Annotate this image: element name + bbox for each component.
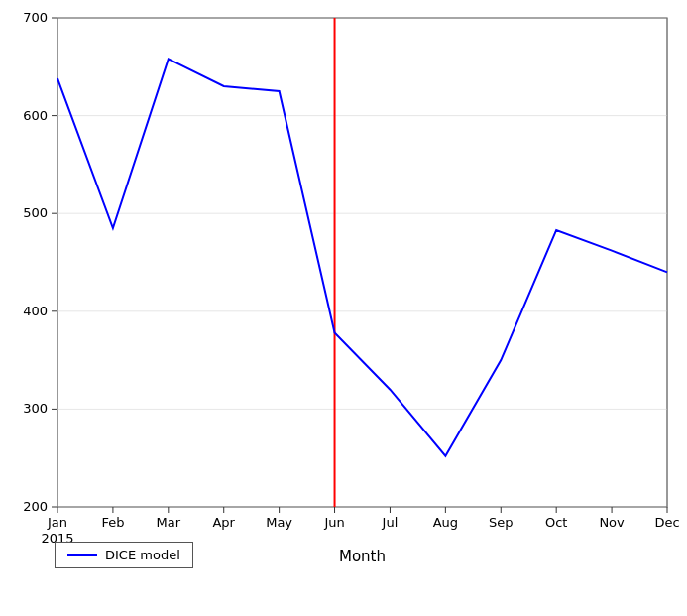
chart-svg: 200300400500600700Jan2015FebMarAprMayJun… xyxy=(0,0,687,616)
svg-text:Jul: Jul xyxy=(382,515,399,530)
svg-text:400: 400 xyxy=(23,304,48,318)
svg-text:Feb: Feb xyxy=(101,515,124,530)
svg-text:200: 200 xyxy=(23,499,48,514)
svg-text:Dec: Dec xyxy=(654,515,679,530)
svg-text:Jun: Jun xyxy=(323,515,344,530)
legend-label: DICE model xyxy=(105,548,180,562)
svg-rect-1 xyxy=(57,18,667,507)
svg-text:300: 300 xyxy=(23,401,48,416)
svg-text:600: 600 xyxy=(23,108,48,123)
svg-text:Oct: Oct xyxy=(545,515,567,530)
svg-text:Nov: Nov xyxy=(599,515,625,530)
legend-line-icon xyxy=(67,554,97,556)
svg-text:Month: Month xyxy=(339,548,386,565)
svg-text:500: 500 xyxy=(23,205,48,220)
svg-text:Sep: Sep xyxy=(489,515,514,530)
svg-text:May: May xyxy=(266,515,292,530)
svg-text:Mar: Mar xyxy=(157,515,181,530)
svg-text:Apr: Apr xyxy=(212,515,235,530)
svg-text:Jan: Jan xyxy=(47,515,67,530)
chart-container: 200300400500600700Jan2015FebMarAprMayJun… xyxy=(0,0,687,616)
svg-text:Aug: Aug xyxy=(433,515,458,530)
legend: DICE model xyxy=(55,542,193,568)
svg-text:700: 700 xyxy=(23,10,48,25)
